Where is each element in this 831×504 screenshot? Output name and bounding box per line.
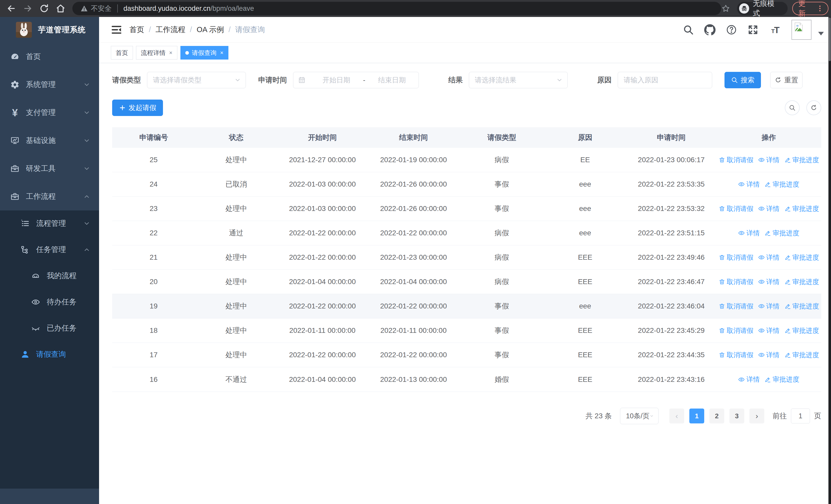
breadcrumb-item[interactable]: OA 示例 [197, 25, 224, 35]
result-label: 结果 [448, 75, 463, 85]
page-button-1[interactable]: 1 [689, 409, 704, 423]
detail-action-link[interactable]: 详情 [758, 277, 780, 287]
cancel-action-link[interactable]: 取消请假 [719, 253, 753, 262]
sidebar-collapse-icon[interactable] [111, 24, 122, 35]
page-size-select[interactable]: 10条/页 [620, 408, 659, 424]
tab-2[interactable]: 流程详情× [136, 46, 177, 60]
cancel-action-link[interactable]: 取消请假 [719, 155, 753, 165]
detail-action-link[interactable]: 详情 [738, 375, 760, 384]
view-icon [758, 303, 765, 309]
search-icon[interactable] [683, 24, 694, 35]
goto-page-input[interactable]: 1 [791, 409, 810, 423]
action-label: 审批进度 [793, 155, 819, 165]
sidebar-item-8[interactable]: 任务管理 [0, 237, 99, 263]
refresh-table-button[interactable] [806, 100, 821, 115]
tab-3[interactable]: 请假查询× [180, 46, 228, 60]
detail-action-link[interactable]: 详情 [738, 229, 760, 238]
sidebar-item-3[interactable]: ¥支付管理 [0, 98, 99, 126]
sidebar-item-10[interactable]: 待办任务 [0, 289, 99, 315]
cancel-action-link[interactable]: 取消请假 [719, 204, 753, 213]
avatar-caret-icon[interactable] [818, 32, 824, 35]
action-label: 取消请假 [727, 277, 753, 287]
tab-close-icon[interactable]: × [169, 50, 172, 56]
pagination-goto: 前往 1 页 [773, 409, 821, 423]
update-button[interactable]: 更新 [792, 2, 828, 15]
next-page-button[interactable]: › [749, 409, 764, 423]
sidebar-item-7[interactable]: 流程管理 [0, 210, 99, 237]
scrollbar-thumb[interactable] [829, 18, 831, 61]
breadcrumb-item[interactable]: 工作流程 [155, 25, 185, 35]
logo-row[interactable]: 芋道管理系统 [0, 17, 99, 42]
progress-action-link[interactable]: 审批进度 [784, 253, 819, 262]
cell-id: 22 [112, 229, 195, 237]
back-icon[interactable] [6, 3, 17, 13]
bookmark-star-icon[interactable] [721, 4, 730, 13]
detail-action-link[interactable]: 详情 [758, 155, 780, 165]
prev-page-button[interactable]: ‹ [669, 409, 684, 423]
search-button[interactable]: 搜索 [724, 72, 761, 88]
security-warning-icon[interactable] [80, 4, 88, 12]
detail-action-link[interactable]: 详情 [738, 180, 760, 189]
detail-action-link[interactable]: 详情 [758, 326, 780, 335]
cancel-action-link[interactable]: 取消请假 [719, 302, 753, 311]
breadcrumb-item[interactable]: 首页 [130, 25, 144, 35]
action-label: 详情 [766, 155, 780, 165]
action-label: 审批进度 [793, 204, 819, 213]
progress-action-link[interactable]: 审批进度 [784, 204, 819, 213]
github-icon[interactable] [704, 24, 716, 35]
fullscreen-icon[interactable] [747, 24, 758, 35]
browser-menu-icon[interactable] [816, 4, 824, 13]
progress-action-link[interactable]: 审批进度 [784, 351, 819, 359]
progress-action-link[interactable]: 审批进度 [784, 155, 819, 165]
sidebar-item-2[interactable]: 系统管理 [0, 70, 99, 98]
cell-actions: 取消请假详情审批进度 [716, 204, 821, 213]
help-icon[interactable] [726, 24, 737, 35]
apply-time-range-picker[interactable]: 开始日期 - 结束日期 [293, 72, 419, 88]
reset-button[interactable]: 重置 [770, 72, 803, 88]
font-size-icon[interactable]: TT [769, 24, 780, 35]
pen-icon [784, 352, 791, 358]
tab-close-icon[interactable]: × [220, 50, 224, 56]
forward-icon[interactable] [23, 3, 33, 13]
sidebar-item-4[interactable]: 基础设施 [0, 126, 99, 154]
sidebar-item-1[interactable]: 首页 [0, 42, 99, 70]
progress-action-link[interactable]: 审批进度 [764, 375, 799, 384]
table-toolbar: 发起请假 [112, 99, 821, 116]
sidebar-item-5[interactable]: 研发工具 [0, 154, 99, 182]
progress-action-link[interactable]: 审批进度 [764, 229, 799, 238]
detail-action-link[interactable]: 详情 [758, 302, 780, 311]
create-leave-button[interactable]: 发起请假 [112, 99, 163, 116]
action-label: 审批进度 [773, 229, 799, 238]
reason-input[interactable]: 请输入原因 [618, 72, 712, 88]
progress-action-link[interactable]: 审批进度 [784, 326, 819, 335]
robot-icon [31, 271, 40, 280]
progress-action-link[interactable]: 审批进度 [784, 302, 819, 311]
sidebar-item-12[interactable]: 请假查询 [0, 341, 99, 367]
cancel-action-link[interactable]: 取消请假 [719, 351, 753, 359]
toggle-search-button[interactable] [785, 100, 800, 115]
chevron-down-icon [83, 137, 90, 144]
reload-icon[interactable] [39, 3, 49, 13]
sidebar-item-9[interactable]: 我的流程 [0, 263, 99, 289]
avatar[interactable] [792, 20, 811, 40]
url-bar[interactable]: 不安全 dashboard.yudao.iocoder.cn/bpm/oa/le… [73, 2, 721, 15]
browser-scrollbar[interactable] [828, 17, 831, 504]
sidebar-item-6[interactable]: 工作流程 [0, 182, 99, 210]
detail-action-link[interactable]: 详情 [758, 204, 780, 213]
cancel-action-link[interactable]: 取消请假 [719, 277, 753, 287]
cell-reason: EEE [544, 351, 627, 359]
leave-type-select[interactable]: 请选择请假类型 [147, 72, 246, 88]
chevron-down-icon [83, 109, 90, 116]
pen-icon [764, 376, 771, 383]
home-icon[interactable] [55, 3, 66, 13]
result-select[interactable]: 请选择流结果 [469, 72, 568, 88]
page-button-2[interactable]: 2 [709, 409, 724, 423]
sidebar-item-11[interactable]: 已办任务 [0, 315, 99, 341]
detail-action-link[interactable]: 详情 [758, 253, 780, 262]
detail-action-link[interactable]: 详情 [758, 351, 780, 359]
progress-action-link[interactable]: 审批进度 [784, 277, 819, 287]
cancel-action-link[interactable]: 取消请假 [719, 326, 753, 335]
progress-action-link[interactable]: 审批进度 [764, 180, 799, 189]
page-button-3[interactable]: 3 [729, 409, 744, 423]
tab-1[interactable]: 首页 [111, 46, 133, 60]
